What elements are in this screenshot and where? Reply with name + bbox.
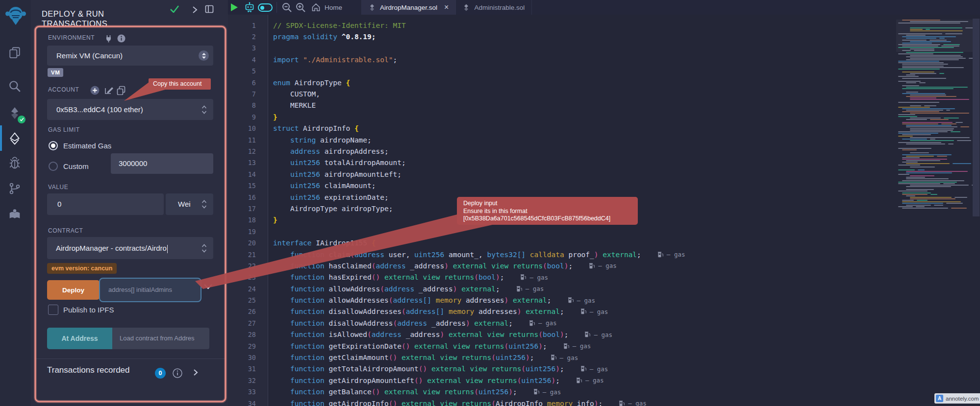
- code-line[interactable]: 15 uint256 claimAmount;: [228, 180, 895, 191]
- line-number[interactable]: 25: [228, 296, 256, 304]
- line-number[interactable]: 27: [228, 319, 256, 327]
- close-tab-icon[interactable]: ×: [444, 3, 449, 11]
- value-unit-select[interactable]: Wei: [166, 193, 213, 215]
- run-script-play-icon[interactable]: [231, 3, 238, 11]
- code-line[interactable]: 29 function getExpirationDate() external…: [228, 340, 895, 352]
- code-line[interactable]: 11 string airdropName;: [228, 134, 895, 145]
- code-line[interactable]: 8 MERKLE: [228, 100, 895, 111]
- code-line[interactable]: 26 function disallowAddresses(address[] …: [228, 306, 895, 317]
- line-number[interactable]: 20: [228, 239, 256, 247]
- line-number[interactable]: 21: [228, 251, 256, 259]
- deploy-button[interactable]: Deploy: [47, 280, 100, 300]
- estimated-gas-radio[interactable]: [49, 141, 58, 150]
- watermark[interactable]: A annotely.com: [934, 393, 980, 404]
- add-account-icon[interactable]: [90, 86, 100, 95]
- line-number[interactable]: 7: [228, 90, 256, 98]
- code-line[interactable]: 3: [228, 43, 895, 54]
- code-line[interactable]: 24 function allowAddress(address _addres…: [228, 283, 895, 294]
- line-number[interactable]: 33: [228, 388, 256, 396]
- gas-estimate-annotation[interactable]: – gas: [581, 308, 608, 315]
- gas-estimate-annotation[interactable]: – gas: [577, 377, 604, 384]
- line-number[interactable]: 1: [228, 22, 256, 29]
- gas-estimate-annotation[interactable]: – gas: [589, 262, 617, 269]
- remix-logo-icon[interactable]: [4, 3, 27, 26]
- transactions-expand-chevron-icon[interactable]: [193, 369, 198, 376]
- gas-estimate-annotation[interactable]: – gas: [517, 285, 544, 292]
- line-number[interactable]: 6: [228, 79, 256, 87]
- file-explorer-icon[interactable]: [8, 46, 23, 61]
- line-number[interactable]: 3: [228, 44, 256, 52]
- code-line[interactable]: 20interface IAirdrop1155 {: [228, 237, 895, 248]
- code-line[interactable]: 33 function getBalance() external view r…: [228, 386, 895, 398]
- code-line[interactable]: 12 address airdropAddress;: [228, 145, 895, 157]
- deploy-expand-chevron-icon[interactable]: [203, 284, 213, 290]
- pin-panel-icon[interactable]: [205, 5, 214, 13]
- line-number[interactable]: 34: [228, 400, 256, 406]
- line-number[interactable]: 30: [228, 354, 256, 361]
- gas-estimate-annotation[interactable]: – gas: [581, 365, 608, 373]
- line-number[interactable]: 12: [228, 147, 256, 155]
- line-number[interactable]: 29: [228, 342, 256, 350]
- line-number[interactable]: 31: [228, 365, 256, 373]
- code-line[interactable]: 9}: [228, 111, 895, 122]
- minimap[interactable]: [896, 20, 973, 212]
- line-number[interactable]: 32: [228, 377, 256, 384]
- code-line[interactable]: 1// SPDX-License-Identifier: MIT: [228, 20, 895, 31]
- copy-account-icon[interactable]: [117, 86, 126, 95]
- search-icon[interactable]: [8, 80, 23, 95]
- value-input[interactable]: 0: [47, 193, 164, 215]
- code-line[interactable]: 23 function hasExpired() external view r…: [228, 272, 895, 283]
- line-number[interactable]: 4: [228, 56, 256, 64]
- code-line[interactable]: 28 function isAllowed(address _address) …: [228, 329, 895, 340]
- line-number[interactable]: 2: [228, 33, 256, 41]
- line-number[interactable]: 24: [228, 285, 256, 293]
- debugger-icon[interactable]: [8, 157, 23, 171]
- code-line[interactable]: 6enum AirdropType {: [228, 77, 895, 88]
- line-number[interactable]: 28: [228, 331, 256, 338]
- gas-estimate-annotation[interactable]: – gas: [521, 274, 548, 281]
- solidity-compiler-icon[interactable]: [8, 107, 23, 121]
- publish-to-ipfs-label[interactable]: Publish to IPFS: [63, 306, 114, 314]
- gas-estimate-annotation[interactable]: – gas: [551, 354, 578, 361]
- line-number[interactable]: 8: [228, 101, 256, 109]
- code-line[interactable]: 19: [228, 226, 895, 237]
- tab-administrable-sol[interactable]: Administrable.sol: [456, 0, 532, 15]
- publish-to-ipfs-checkbox[interactable]: [48, 305, 58, 315]
- gas-estimate-annotation[interactable]: – gas: [585, 331, 612, 338]
- gas-estimate-annotation[interactable]: – gas: [658, 251, 685, 258]
- code-line[interactable]: 14 uint256 airdropAmountLeft;: [228, 168, 895, 180]
- at-address-input[interactable]: Load contract from Addres: [112, 328, 209, 349]
- custom-gas-label[interactable]: Custom: [63, 162, 89, 170]
- code-line[interactable]: 21 function claim(address user, uint256 …: [228, 249, 895, 260]
- tab-home[interactable]: Home: [311, 0, 342, 15]
- plugin-manager-icon[interactable]: [8, 208, 23, 222]
- code-line[interactable]: 2pragma solidity ^0.8.19;: [228, 31, 895, 42]
- line-number[interactable]: 9: [228, 113, 256, 121]
- custom-gas-radio[interactable]: [49, 162, 58, 171]
- code-line[interactable]: 27 function disallowAddress(address _add…: [228, 317, 895, 329]
- code-line[interactable]: 31 function getTotalAirdropAmount() exte…: [228, 363, 895, 375]
- line-number[interactable]: 22: [228, 262, 256, 270]
- line-number[interactable]: 19: [228, 228, 256, 236]
- code-line[interactable]: 30 function getClaimAmount() external vi…: [228, 352, 895, 363]
- environment-info-icon[interactable]: [117, 34, 126, 43]
- gas-estimate-annotation[interactable]: – gas: [529, 319, 557, 327]
- deploy-params-input[interactable]: address[] initialAdmins: [99, 278, 201, 302]
- line-number[interactable]: 11: [228, 136, 256, 144]
- account-select[interactable]: 0x5B3...eddC4 (100 ether): [47, 99, 213, 120]
- code-line[interactable]: 32 function getAirdropAmountLeft() exter…: [228, 375, 895, 386]
- source-control-icon[interactable]: [8, 182, 23, 197]
- code-line[interactable]: 13 uint256 totalAirdropAmount;: [228, 157, 895, 168]
- tab-airdropmanager-sol[interactable]: AirdropManager.sol×: [361, 0, 456, 15]
- code-line[interactable]: 4import "./Administrable.sol";: [228, 54, 895, 65]
- gas-estimate-annotation[interactable]: – gas: [619, 400, 647, 406]
- code-line[interactable]: 25 function allowAddresses(address[] mem…: [228, 294, 895, 306]
- line-number[interactable]: 10: [228, 124, 256, 132]
- custom-gas-input[interactable]: 3000000: [111, 153, 213, 174]
- contract-select[interactable]: AirdropManager - contracts/Airdro: [47, 237, 213, 259]
- line-number[interactable]: 15: [228, 182, 256, 190]
- code-line[interactable]: 34 function getAirdropInfo() external vi…: [228, 398, 895, 406]
- code-line[interactable]: 22 function hasClaimed(address _address)…: [228, 260, 895, 271]
- line-number[interactable]: 23: [228, 273, 256, 281]
- transactions-info-icon[interactable]: [173, 368, 182, 378]
